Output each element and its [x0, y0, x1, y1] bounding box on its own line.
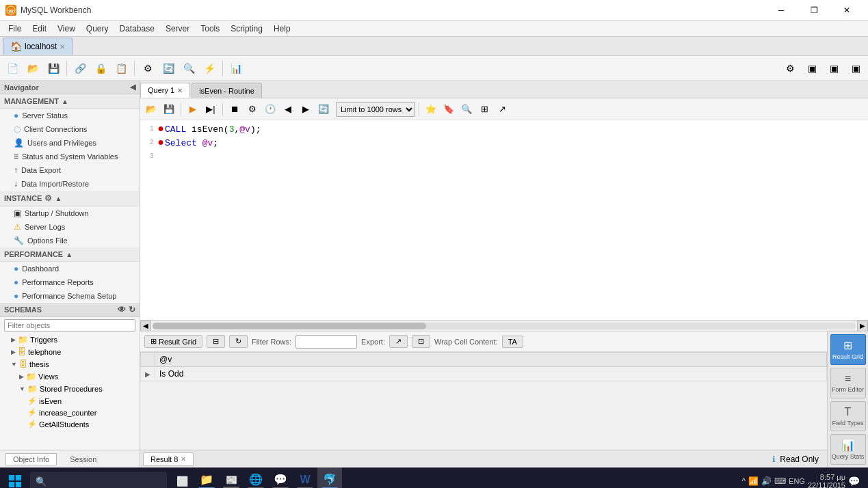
app-tab-localhost[interactable]: 🏠 localhost ✕ [3, 38, 73, 55]
toolbar-btn6[interactable]: 📋 [111, 59, 131, 78]
schemas-refresh-icon[interactable]: ↻ [129, 305, 135, 314]
query-tab-1[interactable]: Query 1 ✕ [140, 83, 190, 98]
menu-view[interactable]: View [52, 23, 81, 35]
qt-format-btn[interactable]: ⊞ [476, 101, 492, 118]
menu-file[interactable]: File [3, 23, 27, 35]
query-tab-1-close[interactable]: ✕ [177, 87, 183, 94]
nav-performance-schema[interactable]: ● Performance Schema Setup [0, 289, 140, 303]
result-tab-close[interactable]: ✕ [181, 455, 186, 463]
rp-field-types-btn[interactable]: T Field Types [830, 401, 866, 432]
tree-item-stored-procedures[interactable]: ▼ 📁 Stored Procedures [0, 383, 140, 395]
qt-back-btn[interactable]: ◀ [280, 101, 296, 118]
info-tab-session[interactable]: Session [62, 453, 104, 465]
instance-collapse-icon[interactable]: ▲ [55, 195, 62, 202]
qt-forward-btn[interactable]: ▶ [298, 101, 314, 118]
management-collapse-icon[interactable]: ▲ [62, 98, 68, 105]
menu-server[interactable]: Server [160, 23, 195, 35]
app-tab-close[interactable]: ✕ [60, 43, 65, 51]
qt-stop-btn[interactable]: ⏹ [226, 101, 243, 118]
code-editor[interactable]: 1 ● CALL isEven(3,@v); 2 ● Select @v; 3 [140, 120, 868, 320]
performance-collapse-icon[interactable]: ▲ [66, 251, 73, 258]
taskbar-start-btn[interactable] [3, 467, 27, 488]
nav-data-export[interactable]: ↑ Data Export [0, 163, 140, 177]
qt-toggle-btn[interactable]: ⚙ [244, 101, 261, 118]
nav-dashboard[interactable]: ● Dashboard [0, 262, 140, 275]
toolbar-layout-btn[interactable]: ⚙ [780, 59, 800, 78]
toolbar-btn11[interactable]: 📊 [226, 59, 246, 78]
menu-edit[interactable]: Edit [27, 23, 52, 35]
nav-server-status[interactable]: ● Server Status [0, 109, 140, 122]
navigator-collapse[interactable]: ◀ [130, 83, 135, 92]
maximize-button[interactable]: ❐ [798, 0, 830, 21]
qt-export-btn[interactable]: ↗ [494, 101, 510, 118]
menu-tools[interactable]: Tools [195, 23, 225, 35]
toolbar-view-btn3[interactable]: ▣ [846, 59, 865, 78]
toolbar-btn8[interactable]: 🔄 [159, 59, 178, 78]
toolbar-btn7[interactable]: ⚙ [138, 59, 157, 78]
tree-item-iseven[interactable]: ⚡ isEven [0, 395, 140, 407]
taskbar-search-box[interactable]: 🔍 [30, 472, 167, 488]
export-btn[interactable]: ↗ [389, 335, 408, 348]
toolbar-open-btn[interactable]: 📂 [23, 59, 42, 78]
toolbar-btn4[interactable]: 🔗 [70, 59, 90, 78]
rp-query-stats-btn[interactable]: 📊 Query Stats [830, 434, 866, 465]
query-tab-iseven[interactable]: isEven - Routine [192, 83, 262, 98]
taskbar-app-mysql-if[interactable]: 🌐 [244, 467, 268, 488]
toolbar-new-btn[interactable]: 📄 [3, 59, 22, 78]
taskbar-task-view[interactable]: ⬜ [170, 467, 194, 488]
result-tab-8[interactable]: Result 8 ✕ [143, 452, 194, 466]
toolbar-btn10[interactable]: ⚡ [200, 59, 219, 78]
taskbar-app-epub[interactable]: 📰 [219, 467, 244, 488]
qt-bookmark-btn[interactable]: 🔖 [440, 101, 457, 118]
menu-scripting[interactable]: Scripting [225, 23, 268, 35]
tree-item-views[interactable]: ▶ 📁 Views [0, 370, 140, 383]
qt-refresh-btn[interactable]: 🔄 [315, 101, 332, 118]
info-tab-object[interactable]: Object Info [5, 453, 57, 465]
export-btn2[interactable]: ⊡ [412, 335, 430, 348]
taskbar-app-word[interactable]: W [293, 467, 317, 488]
rp-result-grid-btn[interactable]: ⊞ Result Grid [830, 334, 866, 365]
result-refresh-btn[interactable]: ↻ [229, 335, 248, 348]
toolbar-view-btn2[interactable]: ▣ [824, 59, 843, 78]
minimize-button[interactable]: ─ [765, 0, 797, 21]
hscroll-track[interactable] [153, 323, 856, 329]
qt-star-btn[interactable]: ⭐ [423, 101, 439, 118]
notification-icon[interactable]: 💬 [848, 476, 860, 487]
tree-item-thesis[interactable]: ▼ 🗄 thesis [0, 358, 140, 370]
tree-item-getallstudents[interactable]: ⚡ GetAllStudents [0, 418, 140, 430]
nav-performance-reports[interactable]: ● Performance Reports [0, 275, 140, 289]
systray-expand[interactable]: ^ [741, 476, 746, 486]
toolbar-btn5[interactable]: 🔒 [91, 59, 110, 78]
qt-history-btn[interactable]: 🕐 [262, 101, 278, 118]
nav-data-import[interactable]: ↓ Data Import/Restore [0, 177, 140, 191]
nav-options-file[interactable]: 🔧 Options File [0, 234, 140, 247]
nav-status-variables[interactable]: ≡ Status and System Variables [0, 150, 140, 163]
taskbar-app-ch12[interactable]: 📁 [194, 467, 219, 488]
hscroll-thumb[interactable] [153, 323, 426, 329]
qt-execute-btn[interactable]: ▶ [185, 101, 201, 118]
taskbar-search-input[interactable] [49, 477, 138, 485]
schemas-eye-icon[interactable]: 👁 [118, 305, 126, 314]
tree-item-increase-counter[interactable]: ⚡ increase_counter [0, 407, 140, 418]
hscroll-right[interactable]: ▶ [857, 321, 868, 331]
toolbar-save-btn[interactable]: 💾 [44, 59, 63, 78]
taskbar-app-skype[interactable]: 💬 [268, 467, 293, 488]
toolbar-view-btn1[interactable]: ▣ [802, 59, 821, 78]
menu-database[interactable]: Database [114, 23, 160, 35]
toolbar-btn9[interactable]: 🔍 [179, 59, 198, 78]
result-table[interactable]: @v ▶ Is Odd [140, 352, 827, 450]
tree-item-triggers[interactable]: ▶ 📁 Triggers [0, 334, 140, 346]
nav-server-logs[interactable]: ⚠ Server Logs [0, 220, 140, 234]
wrap-btn[interactable]: TA [502, 336, 523, 348]
nav-startup-shutdown[interactable]: ▣ Startup / Shutdown [0, 206, 140, 220]
nav-users-privileges[interactable]: 👤 Users and Privileges [0, 136, 140, 150]
rp-form-editor-btn[interactable]: ≡ Form Editor [830, 368, 866, 398]
nav-client-connections[interactable]: ◌ Client Connections [0, 122, 140, 136]
limit-select[interactable]: Limit to 1000 rows Don't Limit Limit to … [336, 102, 415, 117]
tree-item-telephone[interactable]: ▶ 🗄 telephone [0, 346, 140, 358]
qt-open-btn[interactable]: 📂 [143, 101, 159, 118]
menu-query[interactable]: Query [81, 23, 114, 35]
col-v[interactable]: @v [155, 353, 827, 367]
qt-search-btn[interactable]: 🔍 [458, 101, 475, 118]
close-button[interactable]: ✕ [831, 0, 863, 21]
